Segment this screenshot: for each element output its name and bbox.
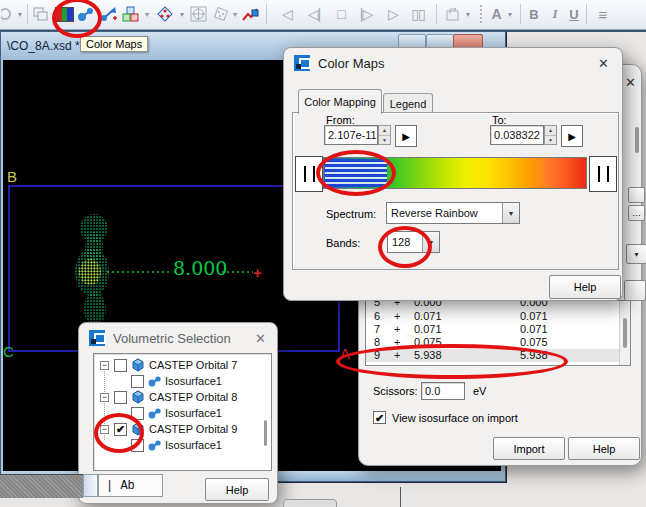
from-input[interactable]: 2.107e-11 bbox=[324, 125, 378, 145]
tree-item-isosurface[interactable]: Isosurface1 bbox=[94, 373, 271, 389]
history-dropdown-icon[interactable] bbox=[1, 4, 15, 24]
nav-stop-icon[interactable]: □ bbox=[332, 4, 350, 24]
spin-down-icon[interactable]: ▼ bbox=[545, 136, 556, 145]
tree-scrollbar-thumb[interactable] bbox=[264, 420, 267, 446]
color-maps-close-icon[interactable]: ✕ bbox=[598, 57, 609, 70]
spin-up-icon[interactable]: ▲ bbox=[545, 126, 556, 136]
measure-icon[interactable] bbox=[211, 4, 231, 24]
measure-caret-icon[interactable]: ▾ bbox=[231, 4, 239, 24]
italic-icon[interactable]: I bbox=[550, 4, 560, 24]
bond-icon[interactable] bbox=[76, 4, 96, 24]
dropdown-icon[interactable]: ▼ bbox=[502, 203, 519, 223]
history-caret-icon[interactable]: ▾ bbox=[16, 4, 24, 24]
spin-down-icon[interactable]: ▼ bbox=[379, 136, 390, 145]
build-cubes-icon[interactable] bbox=[121, 4, 141, 24]
app-dialog-icon bbox=[89, 330, 105, 346]
color-maps-help-button[interactable]: Help bbox=[549, 275, 621, 299]
import-help-button[interactable]: Help bbox=[568, 437, 640, 460]
color-maps-dialog: Color Maps ✕ Color Mapping Legend From: … bbox=[283, 47, 623, 301]
scissors-input[interactable]: 0.0 bbox=[421, 382, 465, 400]
nav-prev-icon[interactable]: ◁| bbox=[304, 4, 324, 24]
toolbar-separator bbox=[586, 4, 587, 24]
build-caret-icon[interactable]: ▾ bbox=[143, 4, 151, 24]
hidden-scrollbar-thumb[interactable] bbox=[635, 127, 639, 153]
volumetric-tree[interactable]: − CASTEP Orbital 7 Isosurface1 − CASTEP … bbox=[93, 353, 272, 471]
isosurface-checkbox[interactable] bbox=[131, 375, 144, 388]
tree-item-orbital-8[interactable]: − CASTEP Orbital 8 bbox=[94, 389, 271, 405]
diamond-motif-icon[interactable] bbox=[154, 4, 176, 24]
toolbar-separator bbox=[266, 4, 267, 24]
hidden-ellipsis-button[interactable]: … bbox=[628, 205, 645, 221]
table-scrollbar[interactable] bbox=[619, 301, 630, 365]
to-spinner[interactable]: ▲▼ bbox=[544, 125, 557, 145]
tab-legend[interactable]: Legend bbox=[383, 93, 433, 114]
nav-next-icon[interactable]: |▷ bbox=[356, 4, 376, 24]
from-spinner[interactable]: ▲▼ bbox=[378, 125, 391, 145]
tree-item-isosurface[interactable]: Isosurface1 bbox=[94, 405, 271, 421]
isosurface-icon bbox=[148, 406, 162, 420]
orbital-table[interactable]: 5+0.0000.000 6+0.0710.071 7+0.0710.071 8… bbox=[365, 300, 631, 366]
to-pick-button[interactable]: ▶ bbox=[561, 125, 583, 147]
import-button[interactable]: Import bbox=[493, 437, 565, 460]
dropdown-icon[interactable]: ▼ bbox=[422, 232, 439, 252]
nav-pause-icon[interactable]: ▯▯ bbox=[408, 4, 428, 24]
font-color-icon[interactable]: A bbox=[490, 4, 503, 24]
spectrum-left-endcap[interactable] bbox=[295, 156, 323, 192]
spectrum-gradient-bar[interactable] bbox=[323, 157, 587, 189]
chart-icon[interactable] bbox=[240, 4, 262, 24]
tree-item-isosurface[interactable]: Isosurface1 bbox=[94, 437, 271, 453]
from-pick-button[interactable]: ▶ bbox=[395, 125, 417, 147]
motif-caret-icon[interactable]: ▾ bbox=[178, 4, 186, 24]
hidden-mini-button[interactable] bbox=[628, 187, 645, 203]
bold-icon[interactable]: B bbox=[528, 4, 540, 24]
tab-color-mapping[interactable]: Color Mapping bbox=[298, 89, 382, 114]
isosurface-checkbox[interactable] bbox=[131, 407, 144, 420]
color-maps-icon[interactable] bbox=[55, 4, 74, 24]
orbital-7-checkbox[interactable] bbox=[114, 359, 127, 372]
table-row[interactable]: 8+0.0750.075 bbox=[366, 336, 630, 349]
tree-expander-icon[interactable]: − bbox=[100, 361, 109, 370]
tree-item-orbital-7[interactable]: − CASTEP Orbital 7 bbox=[94, 357, 271, 373]
spectrum-right-endcap[interactable] bbox=[589, 156, 617, 192]
partial-window-corner bbox=[283, 499, 337, 507]
table-row[interactable]: 7+0.0710.071 bbox=[366, 323, 630, 336]
table-row[interactable]: 5+0.0000.000 bbox=[366, 300, 630, 309]
volumetric-title-bar[interactable]: Volumetric Selection bbox=[79, 323, 277, 353]
font-caret-icon[interactable]: ▾ bbox=[506, 4, 514, 24]
measurement-marker: + bbox=[253, 264, 262, 281]
cell-value1: 0.071 bbox=[414, 310, 442, 322]
bands-select[interactable]: 128 ▼ bbox=[387, 231, 440, 253]
nav-play-icon[interactable]: ▷ bbox=[384, 4, 402, 24]
bands-label: Bands: bbox=[326, 237, 360, 249]
export-caret-icon[interactable]: ▾ bbox=[464, 4, 472, 24]
volumetric-help-button[interactable]: Help bbox=[205, 478, 269, 501]
target-icon[interactable] bbox=[189, 4, 209, 24]
orbital-9-checkbox[interactable]: ✔ bbox=[114, 423, 127, 436]
to-input[interactable]: 0.038322 bbox=[490, 125, 544, 145]
hidden-dropdown-button[interactable]: ▼ bbox=[626, 244, 646, 264]
tree-expander-icon[interactable]: − bbox=[100, 393, 109, 402]
hidden-partial-button[interactable] bbox=[624, 280, 646, 301]
orbital-isosurface[interactable] bbox=[75, 214, 109, 326]
cascade-windows-icon[interactable] bbox=[32, 4, 50, 24]
table-row[interactable]: 6+0.0710.071 bbox=[366, 310, 630, 323]
spectrum-select[interactable]: Reverse Rainbow ▼ bbox=[386, 202, 520, 224]
color-maps-title-bar[interactable]: Color Maps bbox=[284, 48, 622, 78]
volumetric-close-icon[interactable]: ✕ bbox=[255, 332, 266, 345]
bottom-scrollbar-piece[interactable] bbox=[83, 474, 98, 497]
underline-icon[interactable]: U bbox=[568, 4, 580, 24]
tree-item-orbital-9[interactable]: − ✔ CASTEP Orbital 9 bbox=[94, 421, 271, 437]
view-isosurface-checkbox[interactable]: ✔ bbox=[373, 411, 386, 424]
table-row-selected[interactable]: 9+5.9385.938 bbox=[366, 349, 630, 362]
bond-arrow-icon[interactable] bbox=[99, 4, 119, 24]
orbital-8-checkbox[interactable] bbox=[114, 391, 127, 404]
isosurface-checkbox[interactable] bbox=[131, 439, 144, 452]
export-icon[interactable] bbox=[444, 4, 462, 24]
spin-up-icon[interactable]: ▲ bbox=[379, 126, 390, 136]
toolbar-grip[interactable] bbox=[480, 5, 485, 23]
table-scrollbar-thumb[interactable] bbox=[623, 318, 627, 348]
import-dialog-close-icon[interactable]: ✕ bbox=[625, 76, 636, 89]
tree-expander-icon[interactable]: − bbox=[100, 425, 109, 434]
nav-first-icon[interactable]: ◁ bbox=[278, 4, 296, 24]
align-icon[interactable]: ≡ bbox=[596, 4, 610, 24]
